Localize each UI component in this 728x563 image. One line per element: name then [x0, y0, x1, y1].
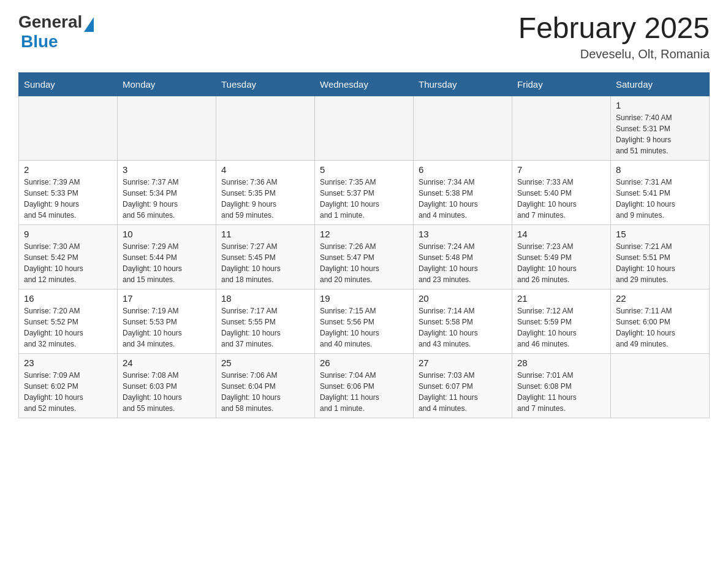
calendar-cell: 24Sunrise: 7:08 AM Sunset: 6:03 PM Dayli…: [118, 353, 216, 418]
weekday-header-row: SundayMondayTuesdayWednesdayThursdayFrid…: [19, 72, 710, 96]
calendar-cell: 2Sunrise: 7:39 AM Sunset: 5:33 PM Daylig…: [19, 160, 118, 224]
calendar-cell: 12Sunrise: 7:26 AM Sunset: 5:47 PM Dayli…: [315, 224, 414, 289]
calendar-cell: 28Sunrise: 7:01 AM Sunset: 6:08 PM Dayli…: [512, 353, 611, 418]
day-info: Sunrise: 7:26 AM Sunset: 5:47 PM Dayligh…: [320, 241, 408, 285]
day-number: 3: [123, 164, 211, 175]
calendar-cell: 26Sunrise: 7:04 AM Sunset: 6:06 PM Dayli…: [315, 353, 414, 418]
calendar-cell: 4Sunrise: 7:36 AM Sunset: 5:35 PM Daylig…: [216, 160, 315, 224]
calendar-cell: 25Sunrise: 7:06 AM Sunset: 6:04 PM Dayli…: [216, 353, 315, 418]
day-info: Sunrise: 7:27 AM Sunset: 5:45 PM Dayligh…: [221, 241, 309, 285]
calendar-cell: 16Sunrise: 7:20 AM Sunset: 5:52 PM Dayli…: [19, 289, 118, 353]
calendar-cell: [315, 96, 414, 160]
day-info: Sunrise: 7:24 AM Sunset: 5:48 PM Dayligh…: [419, 241, 507, 285]
day-number: 8: [616, 164, 704, 175]
day-info: Sunrise: 7:03 AM Sunset: 6:07 PM Dayligh…: [419, 370, 507, 414]
calendar-cell: 20Sunrise: 7:14 AM Sunset: 5:58 PM Dayli…: [414, 289, 512, 353]
day-info: Sunrise: 7:08 AM Sunset: 6:03 PM Dayligh…: [123, 370, 211, 414]
day-info: Sunrise: 7:23 AM Sunset: 5:49 PM Dayligh…: [517, 241, 605, 285]
calendar-cell: 13Sunrise: 7:24 AM Sunset: 5:48 PM Dayli…: [414, 224, 512, 289]
day-number: 26: [320, 358, 408, 368]
day-info: Sunrise: 7:33 AM Sunset: 5:40 PM Dayligh…: [517, 177, 605, 221]
week-row-5: 23Sunrise: 7:09 AM Sunset: 6:02 PM Dayli…: [19, 353, 710, 418]
day-info: Sunrise: 7:39 AM Sunset: 5:33 PM Dayligh…: [24, 177, 112, 221]
page-header: General Blue February 2025 Deveselu, Olt…: [18, 12, 710, 61]
calendar-cell: [512, 96, 611, 160]
day-number: 12: [320, 229, 408, 239]
day-number: 18: [221, 293, 309, 304]
calendar-cell: 11Sunrise: 7:27 AM Sunset: 5:45 PM Dayli…: [216, 224, 315, 289]
day-number: 10: [123, 229, 211, 239]
day-number: 5: [320, 164, 408, 175]
day-number: 23: [24, 358, 112, 368]
day-number: 1: [616, 100, 704, 110]
day-number: 27: [419, 358, 507, 368]
calendar-cell: [118, 96, 216, 160]
logo-general-text: General: [18, 12, 82, 32]
calendar-cell: 9Sunrise: 7:30 AM Sunset: 5:42 PM Daylig…: [19, 224, 118, 289]
day-number: 4: [221, 164, 309, 175]
day-info: Sunrise: 7:20 AM Sunset: 5:52 PM Dayligh…: [24, 305, 112, 350]
week-row-4: 16Sunrise: 7:20 AM Sunset: 5:52 PM Dayli…: [19, 289, 710, 353]
day-info: Sunrise: 7:01 AM Sunset: 6:08 PM Dayligh…: [517, 370, 605, 414]
day-info: Sunrise: 7:34 AM Sunset: 5:38 PM Dayligh…: [419, 177, 507, 221]
calendar-cell: 22Sunrise: 7:11 AM Sunset: 6:00 PM Dayli…: [611, 289, 710, 353]
day-info: Sunrise: 7:04 AM Sunset: 6:06 PM Dayligh…: [320, 370, 408, 414]
weekday-header-monday: Monday: [118, 72, 216, 96]
day-number: 16: [24, 293, 112, 304]
calendar-cell: 19Sunrise: 7:15 AM Sunset: 5:56 PM Dayli…: [315, 289, 414, 353]
calendar-cell: 17Sunrise: 7:19 AM Sunset: 5:53 PM Dayli…: [118, 289, 216, 353]
day-info: Sunrise: 7:40 AM Sunset: 5:31 PM Dayligh…: [616, 112, 704, 156]
calendar-cell: [19, 96, 118, 160]
calendar-table: SundayMondayTuesdayWednesdayThursdayFrid…: [18, 72, 710, 418]
calendar-cell: 1Sunrise: 7:40 AM Sunset: 5:31 PM Daylig…: [611, 96, 710, 160]
weekday-header-thursday: Thursday: [414, 72, 512, 96]
day-number: 20: [419, 293, 507, 304]
day-number: 11: [221, 229, 309, 239]
week-row-3: 9Sunrise: 7:30 AM Sunset: 5:42 PM Daylig…: [19, 224, 710, 289]
day-number: 6: [419, 164, 507, 175]
calendar-cell: 18Sunrise: 7:17 AM Sunset: 5:55 PM Dayli…: [216, 289, 315, 353]
day-number: 25: [221, 358, 309, 368]
weekday-header-tuesday: Tuesday: [216, 72, 315, 96]
day-number: 13: [419, 229, 507, 239]
day-info: Sunrise: 7:14 AM Sunset: 5:58 PM Dayligh…: [419, 305, 507, 350]
calendar-cell: 15Sunrise: 7:21 AM Sunset: 5:51 PM Dayli…: [611, 224, 710, 289]
calendar-subtitle: Deveselu, Olt, Romania: [518, 47, 710, 61]
day-number: 7: [517, 164, 605, 175]
day-info: Sunrise: 7:30 AM Sunset: 5:42 PM Dayligh…: [24, 241, 112, 285]
day-info: Sunrise: 7:11 AM Sunset: 6:00 PM Dayligh…: [616, 305, 704, 350]
day-info: Sunrise: 7:06 AM Sunset: 6:04 PM Dayligh…: [221, 370, 309, 414]
day-info: Sunrise: 7:29 AM Sunset: 5:44 PM Dayligh…: [123, 241, 211, 285]
calendar-cell: [414, 96, 512, 160]
calendar-cell: 7Sunrise: 7:33 AM Sunset: 5:40 PM Daylig…: [512, 160, 611, 224]
calendar-cell: [216, 96, 315, 160]
day-info: Sunrise: 7:31 AM Sunset: 5:41 PM Dayligh…: [616, 177, 704, 221]
day-number: 17: [123, 293, 211, 304]
logo: General Blue: [18, 12, 94, 52]
logo-blue-text: Blue: [21, 32, 58, 52]
day-number: 9: [24, 229, 112, 239]
day-info: Sunrise: 7:37 AM Sunset: 5:34 PM Dayligh…: [123, 177, 211, 221]
day-info: Sunrise: 7:15 AM Sunset: 5:56 PM Dayligh…: [320, 305, 408, 350]
calendar-cell: 27Sunrise: 7:03 AM Sunset: 6:07 PM Dayli…: [414, 353, 512, 418]
calendar-cell: 14Sunrise: 7:23 AM Sunset: 5:49 PM Dayli…: [512, 224, 611, 289]
title-area: February 2025 Deveselu, Olt, Romania: [518, 12, 710, 61]
day-info: Sunrise: 7:17 AM Sunset: 5:55 PM Dayligh…: [221, 305, 309, 350]
day-number: 19: [320, 293, 408, 304]
week-row-1: 1Sunrise: 7:40 AM Sunset: 5:31 PM Daylig…: [19, 96, 710, 160]
day-number: 15: [616, 229, 704, 239]
calendar-cell: 6Sunrise: 7:34 AM Sunset: 5:38 PM Daylig…: [414, 160, 512, 224]
calendar-cell: 21Sunrise: 7:12 AM Sunset: 5:59 PM Dayli…: [512, 289, 611, 353]
day-info: Sunrise: 7:21 AM Sunset: 5:51 PM Dayligh…: [616, 241, 704, 285]
day-info: Sunrise: 7:35 AM Sunset: 5:37 PM Dayligh…: [320, 177, 408, 221]
day-number: 2: [24, 164, 112, 175]
day-info: Sunrise: 7:09 AM Sunset: 6:02 PM Dayligh…: [24, 370, 112, 414]
day-info: Sunrise: 7:36 AM Sunset: 5:35 PM Dayligh…: [221, 177, 309, 221]
day-info: Sunrise: 7:12 AM Sunset: 5:59 PM Dayligh…: [517, 305, 605, 350]
weekday-header-friday: Friday: [512, 72, 611, 96]
day-number: 22: [616, 293, 704, 304]
calendar-title: February 2025: [518, 12, 710, 45]
calendar-cell: 5Sunrise: 7:35 AM Sunset: 5:37 PM Daylig…: [315, 160, 414, 224]
day-number: 28: [517, 358, 605, 368]
weekday-header-sunday: Sunday: [19, 72, 118, 96]
